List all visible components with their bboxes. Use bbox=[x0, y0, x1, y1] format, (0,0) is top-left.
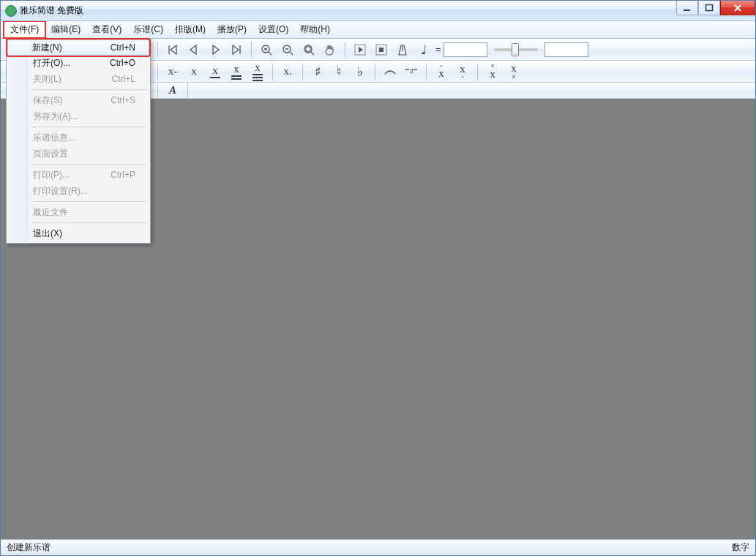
zoom-in-icon[interactable] bbox=[257, 40, 276, 59]
menu-settings[interactable]: 设置(O) bbox=[252, 21, 294, 38]
grace-up-icon[interactable]: xx bbox=[483, 62, 502, 81]
zoom-out-icon[interactable] bbox=[278, 40, 297, 59]
font-style-button[interactable]: A bbox=[163, 83, 182, 98]
menu-separator bbox=[31, 127, 147, 127]
menu-item-label: 页面设置 bbox=[33, 148, 68, 160]
menu-help[interactable]: 帮助(H) bbox=[294, 21, 336, 38]
natural-icon[interactable]: ♮ bbox=[329, 62, 348, 81]
grace-down-icon[interactable]: xx bbox=[504, 62, 523, 81]
menu-item-label: 关闭(L) bbox=[33, 73, 61, 86]
menu-item-label: 打印设置(R)... bbox=[33, 185, 88, 198]
menu-item-label: 另存为(A)... bbox=[33, 110, 78, 123]
menu-item-shortcut: Ctrl+O bbox=[110, 58, 135, 68]
svg-rect-5 bbox=[306, 47, 310, 51]
menu-score[interactable]: 乐谱(C) bbox=[127, 21, 169, 38]
zoom-fit-icon[interactable] bbox=[299, 40, 318, 59]
menu-separator bbox=[31, 164, 147, 165]
menu-item-label: 最近文件 bbox=[33, 206, 68, 219]
dd-open[interactable]: 打开(O)...Ctrl+O bbox=[8, 55, 149, 71]
app-icon bbox=[5, 5, 17, 17]
window-controls bbox=[676, 1, 755, 15]
nav-first-icon[interactable] bbox=[163, 40, 182, 59]
minimize-button[interactable] bbox=[676, 1, 698, 15]
tie-icon[interactable] bbox=[381, 62, 400, 81]
dd-print-setup: 打印设置(R)... bbox=[8, 183, 149, 199]
note-x-dash[interactable]: x- bbox=[163, 62, 182, 81]
menu-item-shortcut: Ctrl+P bbox=[111, 170, 135, 180]
note-x-underline3[interactable]: x bbox=[248, 62, 267, 81]
svg-rect-8 bbox=[379, 48, 383, 52]
window-title: 雅乐简谱 免费版 bbox=[20, 4, 83, 17]
menu-separator bbox=[31, 201, 147, 202]
close-button[interactable] bbox=[720, 1, 755, 15]
tempo-note-icon: ♩ bbox=[414, 40, 433, 59]
dd-save: 保存(S)Ctrl+S bbox=[8, 92, 149, 108]
note-x-underline1[interactable]: x bbox=[206, 62, 225, 81]
metronome-icon[interactable] bbox=[393, 40, 412, 59]
play-icon[interactable] bbox=[351, 40, 370, 59]
menu-play[interactable]: 播放(P) bbox=[212, 21, 252, 38]
nav-prev-icon[interactable] bbox=[184, 40, 203, 59]
file-menu-dropdown: 新建(N)Ctrl+N打开(O)...Ctrl+O关闭(L)Ctrl+L保存(S… bbox=[6, 38, 151, 244]
nav-last-icon[interactable] bbox=[227, 40, 246, 59]
menu-item-label: 保存(S) bbox=[33, 94, 62, 107]
octave-down-icon[interactable]: x• bbox=[453, 62, 472, 81]
dd-new[interactable]: 新建(N)Ctrl+N bbox=[7, 40, 149, 56]
note-x-plain[interactable]: x bbox=[184, 62, 203, 81]
dd-print: 打印(P)...Ctrl+P bbox=[8, 167, 149, 183]
menu-edit[interactable]: 编辑(E) bbox=[45, 21, 86, 38]
svg-text:3: 3 bbox=[409, 67, 413, 75]
menu-layout[interactable]: 排版(M) bbox=[169, 21, 212, 38]
nav-next-icon[interactable] bbox=[206, 40, 225, 59]
tempo-slider[interactable] bbox=[494, 48, 538, 51]
flat-icon[interactable]: ♭ bbox=[351, 62, 370, 81]
statusbar: 创建新乐谱 数字 bbox=[1, 539, 755, 555]
tempo-input[interactable] bbox=[444, 42, 487, 57]
menu-item-label: 打印(P)... bbox=[33, 169, 70, 181]
menu-file[interactable]: 文件(F) bbox=[4, 21, 45, 38]
note-x-dot[interactable]: x. bbox=[278, 62, 297, 81]
menu-item-label: 乐谱信息... bbox=[33, 132, 75, 144]
menu-view[interactable]: 查看(V) bbox=[86, 21, 127, 38]
note-x-underline2[interactable]: x bbox=[227, 62, 246, 81]
dd-close: 关闭(L)Ctrl+L bbox=[8, 71, 149, 87]
stop-icon[interactable] bbox=[372, 40, 391, 59]
maximize-button[interactable] bbox=[698, 1, 720, 15]
svg-rect-0 bbox=[684, 10, 690, 11]
dd-score-info: 乐谱信息... bbox=[8, 129, 149, 146]
dd-save-as: 另存为(A)... bbox=[8, 108, 149, 124]
menu-item-label: 退出(X) bbox=[33, 228, 62, 240]
dd-recent: 最近文件 bbox=[8, 204, 149, 220]
menu-item-label: 打开(O)... bbox=[33, 57, 70, 70]
tempo-equals: = bbox=[435, 44, 441, 55]
octave-up-icon[interactable]: •x bbox=[432, 62, 451, 81]
dd-page-setup: 页面设置 bbox=[8, 146, 149, 162]
tuplet-icon[interactable]: 3 bbox=[402, 62, 421, 81]
titlebar: 雅乐简谱 免费版 bbox=[1, 1, 755, 21]
svg-rect-1 bbox=[706, 4, 713, 10]
tempo-display[interactable] bbox=[544, 42, 588, 57]
menu-item-shortcut: Ctrl+S bbox=[111, 95, 135, 105]
status-left: 创建新乐谱 bbox=[7, 541, 50, 554]
sharp-icon[interactable]: ♯ bbox=[308, 62, 327, 81]
pan-hand-icon[interactable] bbox=[321, 40, 340, 59]
dd-exit[interactable]: 退出(X) bbox=[8, 225, 149, 241]
menu-separator bbox=[31, 89, 147, 90]
menubar: 文件(F)编辑(E)查看(V)乐谱(C)排版(M)播放(P)设置(O)帮助(H) bbox=[1, 21, 755, 39]
app-window: 雅乐简谱 免费版 文件(F)编辑(E)查看(V)乐谱(C)排版(M)播放(P)设… bbox=[0, 0, 756, 556]
menu-separator bbox=[31, 222, 147, 223]
status-right: 数字 bbox=[732, 541, 749, 554]
menu-item-label: 新建(N) bbox=[32, 42, 62, 54]
menu-item-shortcut: Ctrl+L bbox=[112, 74, 135, 84]
menu-item-shortcut: Ctrl+N bbox=[111, 42, 135, 53]
